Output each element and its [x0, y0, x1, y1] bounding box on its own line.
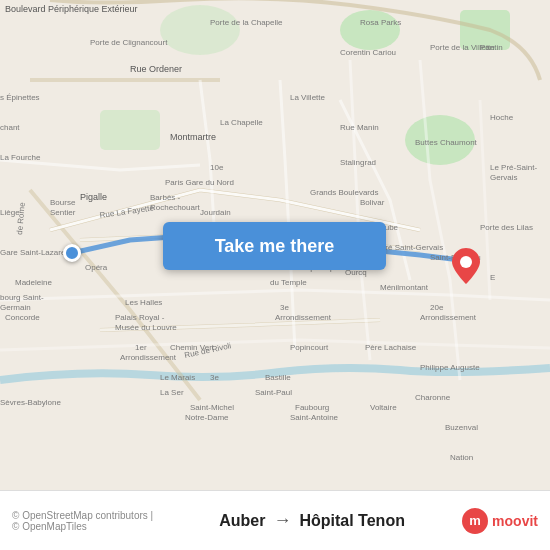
- svg-text:La Ser: La Ser: [160, 388, 184, 397]
- svg-text:Hoche: Hoche: [490, 113, 514, 122]
- svg-point-5: [160, 5, 240, 55]
- svg-text:Ménilmontant: Ménilmontant: [380, 283, 429, 292]
- svg-text:3e: 3e: [280, 303, 289, 312]
- moovit-logo: m moovit: [462, 508, 538, 534]
- svg-text:Gervais: Gervais: [490, 173, 518, 182]
- svg-text:Nation: Nation: [450, 453, 473, 462]
- svg-text:Sentier: Sentier: [50, 208, 76, 217]
- route-info: Auber → Hôpital Tenon: [162, 510, 462, 531]
- svg-text:Voltaire: Voltaire: [370, 403, 397, 412]
- svg-text:Gare Saint-Lazare: Gare Saint-Lazare: [0, 248, 66, 257]
- svg-text:Buttes Chaumont: Buttes Chaumont: [415, 138, 478, 147]
- svg-text:20e: 20e: [430, 303, 444, 312]
- attribution: © OpenStreetMap contributors | © OpenMap…: [12, 510, 162, 532]
- svg-text:Porte de la Chapelle: Porte de la Chapelle: [210, 18, 283, 27]
- svg-text:Rochechouart: Rochechouart: [150, 203, 201, 212]
- svg-text:Charonne: Charonne: [415, 393, 451, 402]
- svg-text:Germain: Germain: [0, 303, 31, 312]
- svg-text:3e: 3e: [210, 373, 219, 382]
- svg-text:Corentin Cariou: Corentin Cariou: [340, 48, 396, 57]
- svg-text:Arrondissement: Arrondissement: [420, 313, 477, 322]
- arrow-icon: →: [273, 510, 291, 531]
- svg-text:Rosa Parks: Rosa Parks: [360, 18, 401, 27]
- svg-text:Montmartre: Montmartre: [170, 132, 216, 142]
- svg-text:Père Lachaise: Père Lachaise: [365, 343, 417, 352]
- svg-text:Pigalle: Pigalle: [80, 192, 107, 202]
- svg-text:1er: 1er: [135, 343, 147, 352]
- svg-text:Popincourt: Popincourt: [290, 343, 329, 352]
- svg-text:Bastille: Bastille: [265, 373, 291, 382]
- destination-marker: [452, 248, 480, 284]
- svg-text:Boulevard Périphérique Extérie: Boulevard Périphérique Extérieur: [5, 4, 138, 14]
- svg-text:Sèvres-Babylone: Sèvres-Babylone: [0, 398, 61, 407]
- svg-text:Jourdain: Jourdain: [200, 208, 231, 217]
- svg-text:Arrondissement: Arrondissement: [275, 313, 332, 322]
- svg-rect-4: [100, 110, 160, 150]
- svg-text:Porte de Clignancourt: Porte de Clignancourt: [90, 38, 168, 47]
- svg-text:10e: 10e: [210, 163, 224, 172]
- svg-text:Saint-Paul: Saint-Paul: [255, 388, 292, 397]
- svg-text:Bourse: Bourse: [50, 198, 76, 207]
- origin-marker: [63, 244, 81, 262]
- svg-text:Arrondissement: Arrondissement: [120, 353, 177, 362]
- destination-label: Hôpital Tenon: [299, 512, 404, 530]
- moovit-icon: m: [462, 508, 488, 534]
- svg-text:La Chapelle: La Chapelle: [220, 118, 263, 127]
- svg-text:La Villette: La Villette: [290, 93, 326, 102]
- svg-point-1: [340, 10, 400, 50]
- svg-text:La Fourche: La Fourche: [0, 153, 41, 162]
- map-container: Boulevard Périphérique Extérieur Rue Ord…: [0, 0, 550, 490]
- svg-text:Barbès -: Barbès -: [150, 193, 181, 202]
- svg-point-82: [460, 256, 472, 268]
- svg-text:Rue Ordener: Rue Ordener: [130, 64, 182, 74]
- svg-text:Saint-Michel: Saint-Michel: [190, 403, 234, 412]
- svg-text:Notre-Dame: Notre-Dame: [185, 413, 229, 422]
- svg-text:Grands Boulevards: Grands Boulevards: [310, 188, 378, 197]
- svg-text:Les Halles: Les Halles: [125, 298, 162, 307]
- svg-text:s Épinettes: s Épinettes: [0, 93, 40, 102]
- svg-text:Paris Gare du Nord: Paris Gare du Nord: [165, 178, 234, 187]
- svg-text:Rue Manin: Rue Manin: [340, 123, 379, 132]
- svg-text:Pantin: Pantin: [480, 43, 503, 52]
- svg-text:Buzenval: Buzenval: [445, 423, 478, 432]
- svg-text:Faubourg: Faubourg: [295, 403, 329, 412]
- svg-text:Philippe Auguste: Philippe Auguste: [420, 363, 480, 372]
- svg-text:bourg Saint-: bourg Saint-: [0, 293, 44, 302]
- take-me-there-button[interactable]: Take me there: [163, 222, 386, 270]
- svg-text:Le Marais: Le Marais: [160, 373, 195, 382]
- svg-text:Musée du Louvre: Musée du Louvre: [115, 323, 177, 332]
- bottom-bar: © OpenStreetMap contributors | © OpenMap…: [0, 490, 550, 550]
- svg-text:chant: chant: [0, 123, 20, 132]
- svg-text:Porte des Lilas: Porte des Lilas: [480, 223, 533, 232]
- svg-text:Saint-Antoine: Saint-Antoine: [290, 413, 339, 422]
- svg-text:Le Pré-Saint-: Le Pré-Saint-: [490, 163, 537, 172]
- svg-text:E: E: [490, 273, 495, 282]
- svg-text:Palais Royal -: Palais Royal -: [115, 313, 165, 322]
- origin-label: Auber: [219, 512, 265, 530]
- svg-text:du Temple: du Temple: [270, 278, 307, 287]
- svg-text:Bolivar: Bolivar: [360, 198, 385, 207]
- moovit-text: moovit: [492, 513, 538, 529]
- svg-text:Concorde: Concorde: [5, 313, 40, 322]
- svg-text:Stalingrad: Stalingrad: [340, 158, 376, 167]
- svg-text:Opéra: Opéra: [85, 263, 108, 272]
- svg-text:Pré Saint-Gervais: Pré Saint-Gervais: [380, 243, 443, 252]
- svg-text:Madeleine: Madeleine: [15, 278, 52, 287]
